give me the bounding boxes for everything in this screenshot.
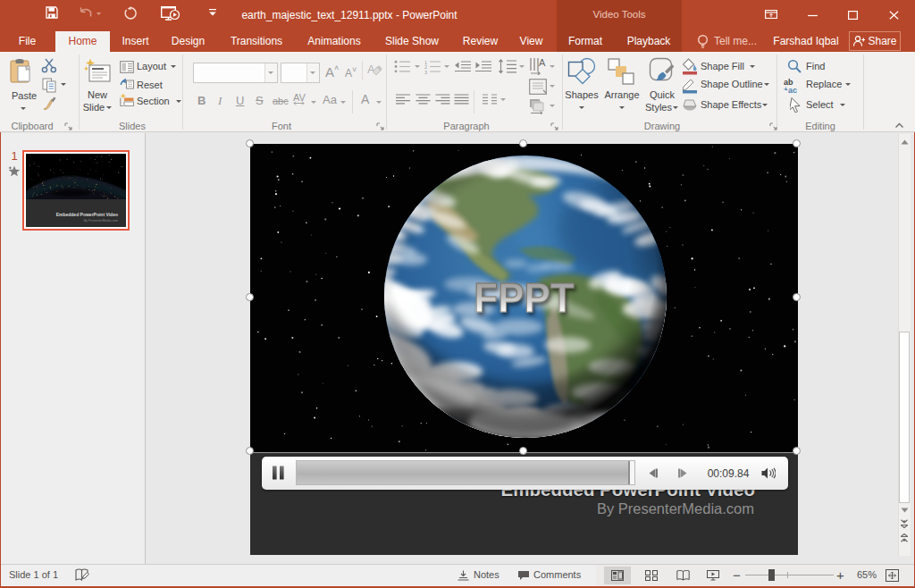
svg-text:3: 3 bbox=[424, 70, 427, 75]
svg-text:A: A bbox=[367, 63, 375, 76]
svg-text:By PresenterMedia.com: By PresenterMedia.com bbox=[84, 219, 118, 223]
svg-text:A: A bbox=[539, 57, 546, 68]
svg-text:Embedded PowerPoint Video: Embedded PowerPoint Video bbox=[56, 212, 118, 217]
svg-text:ac: ac bbox=[788, 86, 797, 94]
